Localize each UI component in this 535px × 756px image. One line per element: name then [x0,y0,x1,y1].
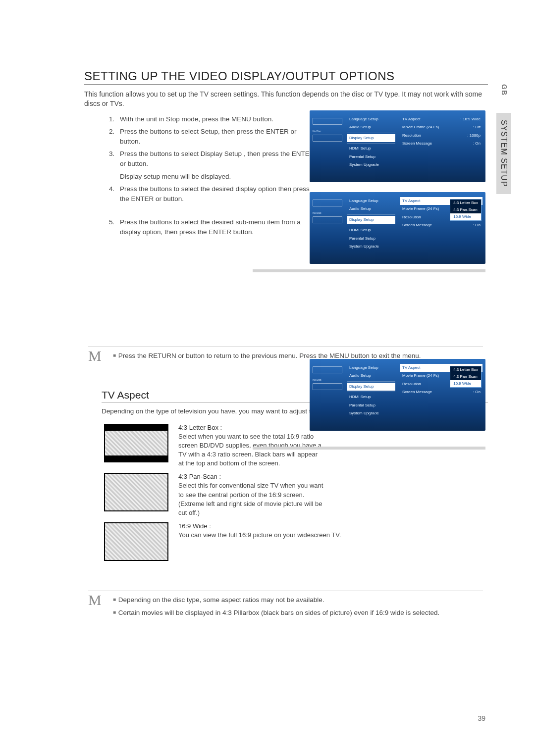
letterbox-title: 4:3 Letter Box : [178,424,324,431]
underbar-1 [253,269,485,272]
menu-upgrade: System Upgrade [347,161,395,169]
side-tabs: GB SYSTEM SETUP [496,79,511,194]
step-1: With the unit in Stop mode, press the ME… [120,114,317,124]
step-4: Press the buttons to select the desired … [120,184,317,203]
letterbox-body: Select when you want to see the total 16… [178,432,324,468]
note-icon: M [88,349,103,362]
osd-screenshot-2: No Disc Language Setup Audio Setup Displ… [310,192,485,264]
osd-screenshot-1: No Disc Language Setup Audio Setup Displ… [310,110,485,182]
no-disc-label: No Disc [313,130,342,133]
note-icon-2: M [88,593,103,606]
intro-text: This function allows you to set up the T… [84,90,488,108]
step-5: Press the buttons to select the desired … [120,217,317,237]
thumb-wide [104,522,168,561]
panscan-body: Select this for conventional size TV whe… [178,481,324,517]
menu-parental: Parental Setup [347,153,395,161]
no-disc-label-2: No Disc [313,211,342,214]
step-3: Press the buttons to select Display Setu… [120,149,317,168]
underbar-3 [253,447,485,450]
tab-gb: GB [496,79,511,101]
wide-body: You can view the full 16:9 picture on yo… [178,531,341,540]
wide-title: 16:9 Wide : [178,522,341,530]
step-3-sub: Display setup menu will be displayed. [120,172,317,182]
steps-list: 1.With the unit in Stop mode, press the … [109,114,317,237]
menu-display: Display Setup [347,134,395,142]
note-2b: Certain movies will be displayed in 4:3 … [113,608,439,618]
osd-screenshot-3: No Disc Language Setup Audio Setup Displ… [310,359,485,431]
aspect-wide-row: 16:9 Wide : You can view the full 16:9 p… [104,522,488,561]
panscan-title: 4:3 Pan-Scan : [178,473,324,480]
tab-section: SYSTEM SETUP [496,113,511,194]
note-2a: Depending on the disc type, some aspect … [113,595,439,605]
note-2: M Depending on the disc type, some aspec… [88,591,483,621]
thumb-letterbox [104,424,168,462]
thumb-panscan [104,473,168,511]
page-number: 39 [478,714,485,722]
menu-hdmi: HDMI Setup [347,145,395,152]
aspect-panscan-row: 4:3 Pan-Scan : Select this for conventio… [104,473,488,517]
menu-language: Language Setup [347,115,395,123]
menu-audio: Audio Setup [347,123,395,131]
step-2: Press the buttons to select Setup, then … [120,127,317,146]
page-title: SETTING UP THE VIDEO DISPLAY/OUTPUT OPTI… [84,69,488,85]
